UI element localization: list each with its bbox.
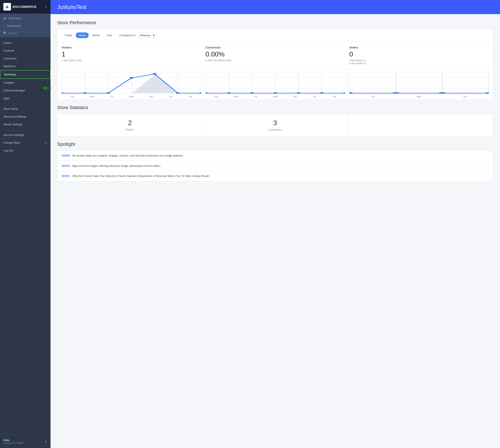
stats-grid: 2 Orders 3 Customers <box>58 114 493 136</box>
svg-point-41 <box>320 92 324 94</box>
day-fri: Fri <box>161 96 181 98</box>
day-sun: Sun <box>206 96 226 98</box>
svg-point-52 <box>349 92 353 94</box>
main-header: JustunoTest <box>50 0 500 14</box>
store-statistics-card: 2 Orders 3 Customers <box>57 114 493 136</box>
collapse-icon[interactable]: « <box>45 5 47 9</box>
visitors-chart: Sun Mon Tue Wed Thu Fri Sat <box>62 73 201 98</box>
sidebar-item-view-store[interactable]: ▣ View Store ⬡ <box>0 14 50 22</box>
svg-point-42 <box>343 92 345 94</box>
stat-empty <box>348 114 493 136</box>
sidebar-item-help[interactable]: Help Support Pin: 80066 ▲ <box>0 436 50 446</box>
sidebar-nav: Orders › Products › Customers › Storefro… <box>0 39 50 102</box>
sidebar-account-nav: Account Settings › Change Store ⇄ Log Ou… <box>0 131 50 154</box>
sidebar-item-apps[interactable]: Apps › <box>0 94 50 102</box>
day-sat: Sat <box>181 96 200 98</box>
conversion-label: Conversion <box>205 46 345 49</box>
metric-orders: Orders 0 0 last week at t 0 last week's … <box>349 46 489 65</box>
sidebar-item-advanced-settings[interactable]: Advanced Settings › <box>0 113 50 120</box>
view-store-label: View Store <box>8 17 21 20</box>
sidebar-item-server-settings[interactable]: Server Settings › <box>0 120 50 128</box>
perf-tabs: Today Week Month Year Compared to: Previ… <box>58 29 493 42</box>
sidebar-item-account-settings[interactable]: Account Settings › <box>0 131 50 139</box>
store-statistics-section: Store Statistics 2 Orders 3 Customers <box>57 105 493 136</box>
conversion-chart-labels: Sun Mon Tue Wed Thu Fri Sat <box>206 96 345 98</box>
orders-label: Orders <box>349 46 489 49</box>
sidebar-item-dashboard[interactable]: ⌂ Dashboard <box>0 22 50 30</box>
spotlight-card: NEWS: Re:amaze helps you support, engage… <box>57 150 493 181</box>
spotlight-item-2: NEWS: BigCommerce begins offering Akamai… <box>58 161 493 171</box>
help-chevron-icon: ▲ <box>45 440 47 443</box>
chevron-icon: › <box>46 81 47 84</box>
news-badge-2: NEWS: <box>62 164 71 167</box>
svg-point-38 <box>250 92 254 94</box>
day-sat: Sat <box>324 96 344 98</box>
spotlight-item-3: NEWS: Why the Former Sales Tax Director … <box>58 171 493 181</box>
conversion-value: 0.00% <box>205 50 345 58</box>
spotlight-item-1: NEWS: Re:amaze helps you support, engage… <box>58 151 493 161</box>
chart-divider-2 <box>347 73 347 98</box>
stat-customers: 3 Customers <box>203 114 348 136</box>
chevron-icon: › <box>46 73 47 76</box>
visitors-sub: 1 last week's total <box>62 59 201 62</box>
news-badge-1: NEWS: <box>62 154 71 157</box>
svg-point-37 <box>227 92 231 94</box>
svg-point-21 <box>153 73 157 75</box>
store-performance-card: Today Week Month Year Compared to: Previ… <box>57 29 493 100</box>
tab-year[interactable]: Year <box>104 32 115 38</box>
chevron-icon: › <box>46 97 47 100</box>
svg-point-55 <box>485 92 489 94</box>
sidebar-item-channel-manager[interactable]: Channel Manager › <box>0 87 50 94</box>
sidebar-item-change-store[interactable]: Change Store ⇄ <box>0 139 50 147</box>
day-wed: Wed <box>122 96 141 98</box>
sidebar-header: BIGCOMMERCE « <box>0 0 50 14</box>
metric-conversion: Conversion 0.00% 0.00% last week's total <box>205 46 345 65</box>
chevron-icon: › <box>46 134 47 136</box>
search-input[interactable] <box>8 31 47 34</box>
visitors-label: Visitors <box>62 46 201 49</box>
news-text-1: Re:amaze helps you support, engage, conv… <box>72 154 184 157</box>
svg-point-18 <box>83 92 87 94</box>
news-text-3: Why the Former Sales Tax Director of Sou… <box>72 174 209 177</box>
chevron-icon: › <box>46 108 47 110</box>
svg-point-53 <box>392 92 400 94</box>
perf-metrics: Visitors 1 1 last week's total Conversio… <box>58 42 493 69</box>
help-label: Help <box>3 438 23 442</box>
store-performance-section: Store Performance Today Week Month Year … <box>57 20 493 100</box>
chevron-icon: › <box>46 49 47 52</box>
tab-week[interactable]: Week <box>76 32 89 38</box>
svg-point-54 <box>439 92 446 94</box>
day-tue: Tue <box>442 96 488 98</box>
day-mon: Mon <box>226 96 246 98</box>
external-link-icon: ⬡ <box>45 17 47 20</box>
sidebar-item-analytics[interactable]: Analytics › <box>0 79 50 87</box>
compared-to-select[interactable]: Previous Last Year <box>138 33 157 38</box>
sidebar-item-store-setup[interactable]: Store Setup › <box>0 105 50 113</box>
sidebar-item-products[interactable]: Products › <box>0 47 50 55</box>
tab-today[interactable]: Today <box>62 32 75 38</box>
day-fri: Fri <box>305 96 324 98</box>
visitors-chart-labels: Sun Mon Tue Wed Thu Fri Sat <box>62 96 201 98</box>
news-badge-3: NEWS: <box>62 174 71 177</box>
svg-point-23 <box>199 92 201 94</box>
sidebar-item-orders[interactable]: Orders › <box>0 39 50 47</box>
orders-sub1: 0 last week at t <box>349 59 489 62</box>
sidebar-item-log-out[interactable]: Log Out <box>0 147 50 154</box>
spotlight-section: Spotlight NEWS: Re:amaze helps you suppo… <box>57 142 493 181</box>
sidebar-item-marketing[interactable]: Marketing › <box>0 70 50 79</box>
chevron-icon: › <box>46 89 47 92</box>
svg-point-36 <box>206 92 208 94</box>
compared-to-label: Compared to: <box>119 34 136 37</box>
sidebar-item-customers[interactable]: Customers › <box>0 55 50 62</box>
svg-point-17 <box>62 92 63 94</box>
change-store-icon: ⇄ <box>45 141 47 144</box>
chevron-icon: › <box>46 115 47 118</box>
store-icon: ▣ <box>3 16 6 20</box>
day-sun: Sun <box>350 96 396 98</box>
day-thu: Thu <box>141 96 161 98</box>
sidebar-item-storefront[interactable]: Storefront › <box>0 62 50 70</box>
bigcommerce-logo-icon <box>3 3 11 11</box>
chevron-icon: › <box>46 65 47 68</box>
tab-month[interactable]: Month <box>90 32 103 38</box>
home-icon: ⌂ <box>3 24 5 27</box>
